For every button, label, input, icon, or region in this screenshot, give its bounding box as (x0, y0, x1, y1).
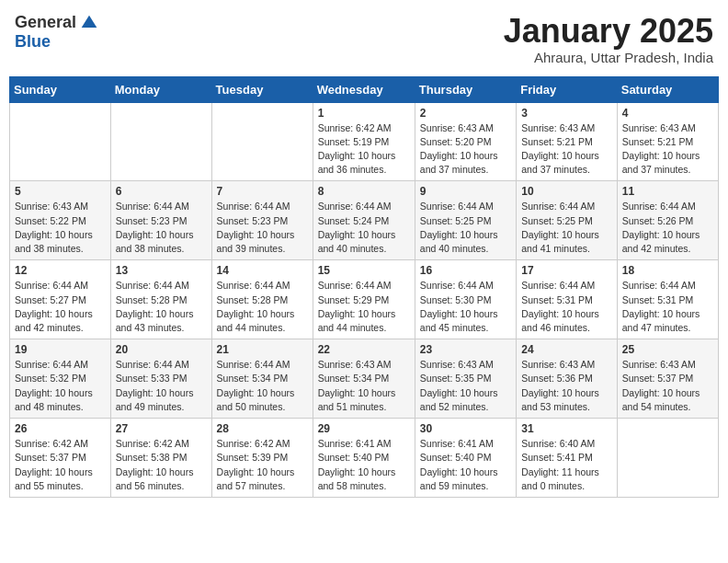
calendar-cell: 14Sunrise: 6:44 AM Sunset: 5:28 PM Dayli… (211, 260, 313, 339)
day-number: 14 (217, 264, 308, 277)
calendar-cell (211, 102, 313, 181)
calendar-cell (110, 102, 211, 181)
day-info: Sunrise: 6:44 AM Sunset: 5:32 PM Dayligh… (15, 358, 106, 414)
day-number: 12 (15, 264, 106, 277)
day-info: Sunrise: 6:44 AM Sunset: 5:28 PM Dayligh… (116, 279, 207, 335)
day-number: 31 (521, 422, 612, 435)
day-number: 16 (420, 264, 511, 277)
calendar-cell: 24Sunrise: 6:43 AM Sunset: 5:36 PM Dayli… (517, 339, 618, 419)
calendar-cell: 2Sunrise: 6:43 AM Sunset: 5:20 PM Daylig… (415, 102, 516, 181)
day-number: 29 (318, 422, 410, 435)
calendar-cell: 16Sunrise: 6:44 AM Sunset: 5:30 PM Dayli… (415, 260, 516, 339)
day-number: 6 (116, 185, 207, 198)
calendar-header-row: SundayMondayTuesdayWednesdayThursdayFrid… (10, 76, 719, 102)
weekday-header-wednesday: Wednesday (313, 76, 415, 102)
day-number: 18 (622, 264, 713, 277)
day-info: Sunrise: 6:44 AM Sunset: 5:34 PM Dayligh… (217, 358, 308, 414)
calendar-cell: 21Sunrise: 6:44 AM Sunset: 5:34 PM Dayli… (211, 339, 313, 419)
calendar-cell: 1Sunrise: 6:42 AM Sunset: 5:19 PM Daylig… (313, 102, 415, 181)
day-info: Sunrise: 6:43 AM Sunset: 5:21 PM Dayligh… (521, 121, 612, 178)
day-number: 5 (15, 185, 106, 198)
day-number: 7 (217, 185, 308, 198)
day-number: 28 (217, 422, 308, 435)
logo-general-text: General (15, 13, 76, 32)
day-info: Sunrise: 6:44 AM Sunset: 5:25 PM Dayligh… (521, 200, 612, 256)
weekday-header-monday: Monday (110, 76, 211, 102)
calendar-week-row: 5Sunrise: 6:43 AM Sunset: 5:22 PM Daylig… (10, 181, 719, 260)
calendar-cell: 4Sunrise: 6:43 AM Sunset: 5:21 PM Daylig… (617, 102, 718, 181)
day-info: Sunrise: 6:43 AM Sunset: 5:36 PM Dayligh… (521, 358, 612, 414)
day-number: 13 (116, 264, 207, 277)
calendar-cell: 31Sunrise: 6:40 AM Sunset: 5:41 PM Dayli… (517, 419, 618, 498)
day-info: Sunrise: 6:41 AM Sunset: 5:40 PM Dayligh… (318, 437, 410, 493)
day-info: Sunrise: 6:40 AM Sunset: 5:41 PM Dayligh… (521, 437, 612, 493)
calendar-week-row: 19Sunrise: 6:44 AM Sunset: 5:32 PM Dayli… (10, 339, 719, 419)
day-number: 10 (521, 185, 612, 198)
calendar-cell (10, 102, 111, 181)
day-number: 22 (318, 343, 410, 356)
calendar-cell: 9Sunrise: 6:44 AM Sunset: 5:25 PM Daylig… (415, 181, 516, 260)
calendar-cell: 3Sunrise: 6:43 AM Sunset: 5:21 PM Daylig… (517, 102, 618, 181)
calendar-cell: 8Sunrise: 6:44 AM Sunset: 5:24 PM Daylig… (313, 181, 415, 260)
day-number: 20 (116, 343, 207, 356)
day-info: Sunrise: 6:43 AM Sunset: 5:20 PM Dayligh… (420, 121, 511, 178)
calendar-cell: 7Sunrise: 6:44 AM Sunset: 5:23 PM Daylig… (211, 181, 313, 260)
day-info: Sunrise: 6:44 AM Sunset: 5:29 PM Dayligh… (318, 279, 410, 335)
day-info: Sunrise: 6:44 AM Sunset: 5:28 PM Dayligh… (217, 279, 308, 335)
day-number: 25 (622, 343, 713, 356)
weekday-header-sunday: Sunday (10, 76, 111, 102)
day-info: Sunrise: 6:44 AM Sunset: 5:25 PM Dayligh… (420, 200, 511, 256)
day-number: 30 (420, 422, 511, 435)
calendar-cell: 26Sunrise: 6:42 AM Sunset: 5:37 PM Dayli… (10, 419, 111, 498)
svg-marker-0 (82, 15, 97, 27)
day-number: 9 (420, 185, 511, 198)
day-number: 2 (420, 107, 511, 120)
calendar-cell: 17Sunrise: 6:44 AM Sunset: 5:31 PM Dayli… (517, 260, 618, 339)
calendar-cell: 19Sunrise: 6:44 AM Sunset: 5:32 PM Dayli… (10, 339, 111, 419)
day-number: 15 (318, 264, 410, 277)
day-info: Sunrise: 6:43 AM Sunset: 5:22 PM Dayligh… (15, 200, 106, 256)
calendar-cell: 18Sunrise: 6:44 AM Sunset: 5:31 PM Dayli… (617, 260, 718, 339)
calendar-week-row: 1Sunrise: 6:42 AM Sunset: 5:19 PM Daylig… (10, 102, 719, 181)
calendar-cell: 25Sunrise: 6:43 AM Sunset: 5:37 PM Dayli… (617, 339, 718, 419)
day-info: Sunrise: 6:42 AM Sunset: 5:38 PM Dayligh… (116, 437, 207, 493)
day-number: 21 (217, 343, 308, 356)
page-header: General Blue January 2025 Ahraura, Uttar… (9, 9, 719, 69)
day-number: 3 (521, 107, 612, 120)
calendar-cell: 28Sunrise: 6:42 AM Sunset: 5:39 PM Dayli… (211, 419, 313, 498)
calendar-cell: 22Sunrise: 6:43 AM Sunset: 5:34 PM Dayli… (313, 339, 415, 419)
month-title: January 2025 (504, 13, 713, 50)
title-block: January 2025 Ahraura, Uttar Pradesh, Ind… (504, 13, 713, 65)
day-info: Sunrise: 6:44 AM Sunset: 5:24 PM Dayligh… (318, 200, 410, 256)
logo-blue-text: Blue (15, 32, 51, 51)
day-info: Sunrise: 6:42 AM Sunset: 5:37 PM Dayligh… (15, 437, 106, 493)
day-info: Sunrise: 6:44 AM Sunset: 5:31 PM Dayligh… (521, 279, 612, 335)
day-number: 4 (622, 107, 713, 120)
day-info: Sunrise: 6:44 AM Sunset: 5:23 PM Dayligh… (116, 200, 207, 256)
calendar-cell: 13Sunrise: 6:44 AM Sunset: 5:28 PM Dayli… (110, 260, 211, 339)
day-info: Sunrise: 6:44 AM Sunset: 5:33 PM Dayligh… (116, 358, 207, 414)
day-info: Sunrise: 6:44 AM Sunset: 5:23 PM Dayligh… (217, 200, 308, 256)
day-number: 1 (318, 107, 410, 120)
day-number: 23 (420, 343, 511, 356)
day-info: Sunrise: 6:41 AM Sunset: 5:40 PM Dayligh… (420, 437, 511, 493)
day-info: Sunrise: 6:42 AM Sunset: 5:19 PM Dayligh… (318, 121, 410, 178)
calendar-cell: 23Sunrise: 6:43 AM Sunset: 5:35 PM Dayli… (415, 339, 516, 419)
calendar-cell: 29Sunrise: 6:41 AM Sunset: 5:40 PM Dayli… (313, 419, 415, 498)
calendar-cell: 5Sunrise: 6:43 AM Sunset: 5:22 PM Daylig… (10, 181, 111, 260)
calendar-table: SundayMondayTuesdayWednesdayThursdayFrid… (9, 76, 719, 498)
calendar-cell: 12Sunrise: 6:44 AM Sunset: 5:27 PM Dayli… (10, 260, 111, 339)
weekday-header-saturday: Saturday (617, 76, 718, 102)
weekday-header-friday: Friday (517, 76, 618, 102)
day-number: 24 (521, 343, 612, 356)
day-info: Sunrise: 6:44 AM Sunset: 5:30 PM Dayligh… (420, 279, 511, 335)
logo: General Blue (15, 13, 98, 52)
day-number: 26 (15, 422, 106, 435)
day-number: 11 (622, 185, 713, 198)
day-number: 19 (15, 343, 106, 356)
calendar-cell: 11Sunrise: 6:44 AM Sunset: 5:26 PM Dayli… (617, 181, 718, 260)
day-info: Sunrise: 6:44 AM Sunset: 5:27 PM Dayligh… (15, 279, 106, 335)
day-info: Sunrise: 6:43 AM Sunset: 5:37 PM Dayligh… (622, 358, 713, 414)
weekday-header-thursday: Thursday (415, 76, 516, 102)
day-info: Sunrise: 6:44 AM Sunset: 5:26 PM Dayligh… (622, 200, 713, 256)
